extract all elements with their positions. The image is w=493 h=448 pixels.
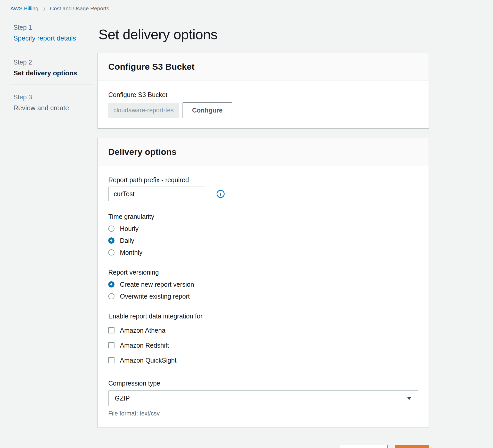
step-number: Step 2 <box>13 59 90 66</box>
compression-type-select[interactable]: GZIP ▼ <box>108 390 418 406</box>
checkbox-icon[interactable] <box>108 342 114 348</box>
radio-icon[interactable] <box>108 293 114 299</box>
breadcrumb-link-aws-billing[interactable]: AWS Billing <box>10 5 38 12</box>
radio-option-monthly[interactable]: Monthly <box>108 248 418 257</box>
time-granularity-label: Time granularity <box>108 212 418 221</box>
report-path-prefix-row: i <box>108 187 418 201</box>
radio-selected-icon[interactable] <box>108 281 114 287</box>
radio-label: Monthly <box>120 249 143 256</box>
breadcrumb: AWS Billing › Cost and Usage Reports <box>10 5 109 12</box>
s3-bucket-field-label: Configure S3 Bucket <box>108 91 418 99</box>
wizard-steps-nav: Step 1 Specify report details Step 2 Set… <box>10 21 93 119</box>
configure-button[interactable]: Configure <box>183 102 232 118</box>
page-title: Set delivery options <box>98 26 429 42</box>
radio-icon[interactable] <box>108 226 114 232</box>
s3-bucket-row: Configure <box>108 102 418 118</box>
report-path-prefix-input[interactable] <box>108 187 205 201</box>
next-button[interactable]: Next <box>395 445 429 448</box>
panel-header: Delivery options <box>98 138 429 166</box>
compression-type-label: Compression type <box>108 379 418 387</box>
step-item-2: Step 2 Set delivery options <box>10 50 93 84</box>
breadcrumb-current: Cost and Usage Reports <box>50 5 109 12</box>
radio-label: Daily <box>120 237 134 244</box>
checkbox-label: Amazon Redshift <box>120 342 169 349</box>
radio-icon[interactable] <box>108 249 114 255</box>
radio-option-overwrite-existing-report[interactable]: Overwrite existing report <box>108 292 418 301</box>
panel-title: Delivery options <box>108 147 418 157</box>
checkbox-option-amazon-athena[interactable]: Amazon Athena <box>108 325 418 335</box>
main-content: Set delivery options Configure S3 Bucket… <box>98 25 429 448</box>
s3-bucket-name-input <box>108 103 179 118</box>
step-item-3: Step 3 Review and create <box>10 84 93 119</box>
checkbox-icon[interactable] <box>108 357 114 363</box>
info-icon[interactable]: i <box>217 190 225 198</box>
checkbox-label: Amazon Athena <box>120 327 166 334</box>
panel-title: Configure S3 Bucket <box>108 62 418 72</box>
checkbox-label: Amazon QuickSight <box>120 357 177 364</box>
panel-body: Configure S3 Bucket Configure <box>98 81 429 128</box>
breadcrumb-chevron-icon: › <box>43 4 45 13</box>
previous-button[interactable]: Previous <box>340 445 388 448</box>
chevron-down-icon: ▼ <box>406 395 413 401</box>
step-number: Step 1 <box>13 24 90 31</box>
radio-option-daily[interactable]: Daily <box>108 236 418 245</box>
checkbox-option-amazon-quicksight[interactable]: Amazon QuickSight <box>108 355 418 365</box>
radio-selected-icon[interactable] <box>108 237 114 244</box>
wizard-footer-actions: Cancel Previous Next <box>98 445 429 448</box>
step-upcoming-review-and-create: Review and create <box>13 104 90 112</box>
report-versioning-label: Report versioning <box>108 268 418 276</box>
radio-option-create-new-report-version[interactable]: Create new report version <box>108 280 418 289</box>
step-number: Step 3 <box>13 93 90 101</box>
report-path-prefix-label: Report path prefix - required <box>108 176 418 184</box>
radio-label: Overwrite existing report <box>120 293 190 300</box>
page: AWS Billing › Cost and Usage Reports Ste… <box>0 0 493 448</box>
file-format-help-text: File format: text/csv <box>108 410 418 417</box>
configure-s3-bucket-panel: Configure S3 Bucket Configure S3 Bucket … <box>98 53 429 129</box>
step-link-specify-report-details[interactable]: Specify report details <box>13 34 90 42</box>
radio-label: Create new report version <box>120 281 194 288</box>
radio-option-hourly[interactable]: Hourly <box>108 224 418 233</box>
panel-header: Configure S3 Bucket <box>98 53 429 81</box>
checkbox-icon[interactable] <box>108 327 114 333</box>
compression-type-value: GZIP <box>115 395 130 402</box>
report-data-integration-label: Enable report data integration for <box>108 312 418 320</box>
panel-body: Report path prefix - required i Time gra… <box>98 166 429 427</box>
delivery-options-panel: Delivery options Report path prefix - re… <box>98 138 429 428</box>
step-current-set-delivery-options: Set delivery options <box>13 69 90 77</box>
step-item-1: Step 1 Specify report details <box>10 21 93 50</box>
radio-label: Hourly <box>120 225 138 233</box>
checkbox-option-amazon-redshift[interactable]: Amazon Redshift <box>108 340 418 350</box>
